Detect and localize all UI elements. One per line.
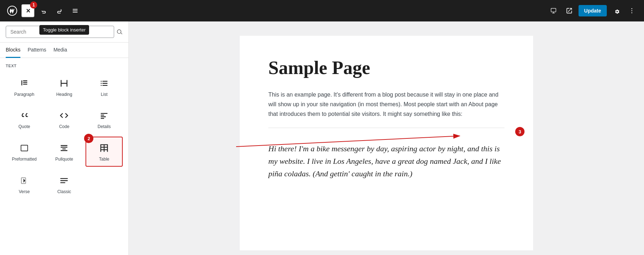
document-overview-button[interactable]	[69, 4, 82, 17]
svg-rect-4	[21, 145, 28, 151]
heading-icon	[58, 77, 70, 90]
italic-quote-block: Hi there! I'm a bike messenger by day, a…	[268, 135, 504, 187]
section-text-label: TEXT	[6, 64, 123, 68]
preview-button[interactable]	[547, 4, 560, 17]
search-button[interactable]	[117, 29, 123, 35]
external-link-button[interactable]	[563, 4, 576, 17]
blocks-grid: Paragraph Heading List	[6, 72, 123, 199]
block-inserter-panel: Blocks Patterns Media TEXT Paragraph	[0, 21, 129, 255]
block-label-details: Details	[98, 124, 111, 129]
tab-patterns[interactable]: Patterns	[28, 43, 46, 58]
classic-icon	[58, 174, 70, 187]
toggle-inserter-wrapper: ✕ 1 Toggle block inserter	[21, 4, 34, 17]
block-item-verse[interactable]: Verse	[6, 170, 43, 199]
code-icon	[58, 109, 70, 122]
toolbar: ✕ 1 Toggle block inserter	[0, 0, 644, 21]
svg-point-3	[631, 13, 633, 14]
redo-icon	[56, 7, 63, 14]
update-button[interactable]: Update	[579, 5, 607, 16]
quote-icon	[18, 109, 31, 122]
svg-rect-0	[551, 8, 556, 12]
svg-point-1	[631, 8, 633, 9]
block-item-heading[interactable]: Heading	[46, 72, 83, 102]
search-icon	[117, 29, 123, 35]
tab-blocks[interactable]: Blocks	[6, 43, 20, 58]
block-label-heading: Heading	[56, 92, 72, 97]
toolbar-right: Update	[547, 4, 638, 17]
svg-rect-6	[60, 180, 68, 181]
page-body-text[interactable]: This is an example page. It's different …	[268, 90, 504, 119]
redo-button[interactable]	[53, 4, 66, 17]
settings-icon	[613, 7, 620, 14]
pullquote-icon	[58, 142, 70, 155]
toggle-inserter-tooltip: Toggle block inserter	[39, 25, 89, 35]
badge-2: 2	[84, 134, 93, 143]
verse-icon	[18, 174, 31, 187]
divider-line	[268, 128, 504, 128]
tab-media[interactable]: Media	[53, 43, 67, 58]
block-item-paragraph[interactable]: Paragraph	[6, 72, 43, 102]
preformatted-icon	[18, 142, 31, 155]
svg-rect-7	[60, 182, 65, 183]
table-icon	[98, 142, 111, 155]
block-item-pullquote[interactable]: Pullquote	[46, 137, 83, 167]
paragraph-icon	[18, 77, 31, 90]
block-label-verse: Verse	[19, 189, 30, 194]
main-layout: Blocks Patterns Media TEXT Paragraph	[0, 21, 644, 255]
view-icon	[550, 7, 557, 14]
wp-logo[interactable]	[6, 4, 19, 17]
block-item-classic[interactable]: Classic	[46, 170, 83, 199]
more-options-icon	[628, 7, 635, 14]
block-label-code: Code	[59, 124, 69, 129]
badge-3: 3	[515, 127, 525, 136]
svg-point-2	[631, 10, 633, 11]
external-link-icon	[566, 7, 573, 14]
block-label-table: Table	[99, 157, 109, 162]
block-item-list[interactable]: List	[86, 72, 123, 102]
list-view-icon	[72, 7, 79, 14]
svg-rect-5	[60, 178, 68, 179]
more-options-button[interactable]	[625, 4, 638, 17]
block-label-preformatted: Preformatted	[12, 157, 36, 162]
block-item-details[interactable]: Details	[86, 104, 123, 134]
editor-content: Sample Page This is an example page. It'…	[129, 21, 644, 255]
editor-canvas: Sample Page This is an example page. It'…	[240, 36, 533, 250]
block-label-paragraph: Paragraph	[14, 92, 34, 97]
block-item-code[interactable]: Code	[46, 104, 83, 134]
italic-quote-text: Hi there! I'm a bike messenger by day, a…	[268, 142, 504, 180]
block-label-quote: Quote	[18, 124, 30, 129]
inserter-blocks-area: TEXT Paragraph Heading	[0, 58, 128, 255]
page-title: Sample Page	[268, 57, 504, 78]
undo-icon	[40, 7, 47, 14]
block-label-pullquote: Pullquote	[55, 157, 73, 162]
inserter-tabs: Blocks Patterns Media	[0, 43, 128, 58]
block-label-classic: Classic	[57, 189, 71, 194]
block-item-quote[interactable]: Quote	[6, 104, 43, 134]
block-label-list: List	[101, 92, 108, 97]
undo-button[interactable]	[37, 4, 50, 17]
block-item-preformatted[interactable]: Preformatted	[6, 137, 43, 167]
badge-1: 1	[30, 1, 37, 9]
details-icon	[98, 109, 111, 122]
list-icon	[98, 77, 111, 90]
close-icon: ✕	[26, 8, 30, 14]
block-item-table[interactable]: Table 2	[86, 137, 123, 167]
settings-button[interactable]	[610, 4, 623, 17]
